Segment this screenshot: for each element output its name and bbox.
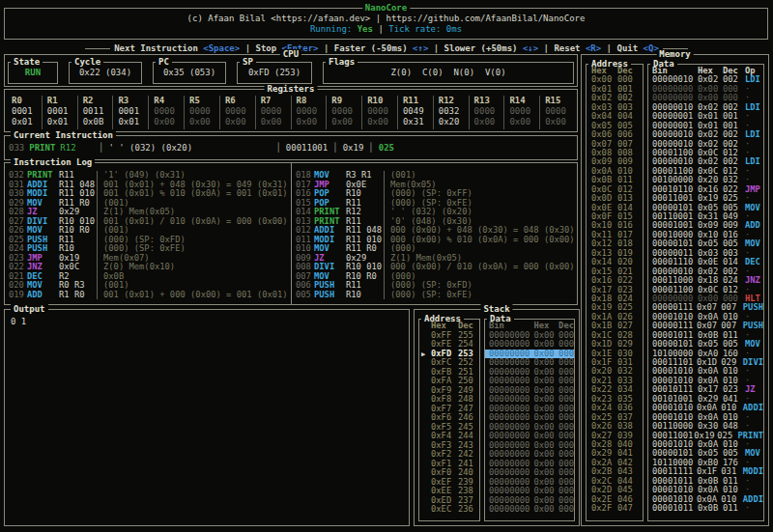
stack-address-box: Address HexDec 0xFF2550xFE254▶0xFD2530xF… [418,319,480,521]
cpu-pc-box: PC 0x35 (053) [153,62,226,84]
log-detail: Z(1) Mem(0x05) [103,208,291,217]
log-detail: (000) [390,244,577,254]
current-instruction-hex: 0x19 [343,143,364,154]
current-instruction-detail: ' ' (032) (0x20) [108,143,271,154]
register-dec-value: 0000 [189,106,219,117]
current-instruction-index: 033 [9,143,24,153]
register-name: R3 [118,96,148,106]
register-hex-value: 0x01 [47,117,77,127]
control-reset[interactable]: Reset <R> [554,43,601,53]
log-row: 009JZ0x29Z(1) Mem(0x05) [296,254,577,264]
register-dec-value: 0049 [403,106,433,117]
log-row: 027DIVIR10 010001 (0x01) / 010 (0x0A) = … [9,217,291,227]
register-r0: R000010x01 [7,96,42,129]
register-r15: R1500000x00 [539,96,575,129]
register-hex-value: 0x00 [545,117,575,127]
status-separator: | [378,24,383,34]
control-faster-50ms[interactable]: Faster (-50ms) <↑> [334,43,429,53]
log-detail: Mem(0x07) [103,254,291,264]
log-row: 017JMP0x0EMem(0x05) [296,181,577,190]
control-separator: | [601,43,616,53]
cpu-state-title: State [11,57,43,67]
log-mnemonic: ADD [27,291,59,300]
log-detail: (001) [103,199,291,209]
control-separator: | [240,43,255,53]
stack-dec: 000 [558,505,574,515]
register-dec-value: 0000 [474,106,504,117]
log-row: 032PRINTR11'1' (049) (0x31) [9,171,291,181]
log-detail: '0' (048) (0x30) [390,217,577,227]
log-row: 007MOVR10 R0(000) [296,272,577,282]
register-dec-value: 0001 [12,106,42,117]
log-detail: 001 (0x01) + 000 (0x00) = 001 (0x01) [103,291,291,300]
cpu-sp-title: SP [240,57,256,67]
controls-left-rule [85,48,110,49]
nanocore-terminal: NanoCore (c) Afaan Bilal <https://afaan.… [0,0,773,532]
log-row: 008DIVIR10 010000 (0x00) / 010 (0x0A) = … [296,263,577,272]
register-r1: R100010x01 [42,96,77,129]
status-line: Running: Yes | Tick rate: 0ms [5,24,767,35]
log-row: 010MOVR11 R0(000) [296,244,577,254]
log-row: 021DECR20x0B [9,272,291,282]
register-hex-value: 0x01 [118,117,148,127]
register-name: R14 [509,96,539,106]
control-label: Stop [255,43,276,53]
memory-address-box: Address HexDec 0x000000x010010x020020x03… [586,64,644,521]
tick-rate-value: 0ms [446,24,462,34]
copyright-line: (c) Afaan Bilal <https://afaan.dev> | ht… [5,14,767,24]
register-hex-value: 0x00 [474,117,504,127]
current-instruction-text: 033PRINTR12 [9,143,94,154]
stack-hex: 0x00 [533,505,558,515]
stack-data-rows: BinHexDec 000000000x00000000000000x00000… [485,322,574,520]
control-next-instruction[interactable]: Next Instruction <Space> [114,43,240,53]
register-hex-value: 0x00 [331,117,361,127]
cpu-row: State RUN Cycle 0x22 (034) PC 0x35 (053)… [8,62,574,84]
register-name: R10 [367,96,397,106]
log-row: 026MOVR10 R0(001) [9,226,291,236]
instruction-log-left-column: 032PRINTR11'1' (049) (0x31)031ADDIR11 04… [5,163,291,304]
log-row: 012ADDIR11 048000 (0x00) + 048 (0x30) = … [296,226,577,236]
memory-address-dec: 047 [617,504,643,513]
log-row: 029MOVR11 R0(001) [9,199,291,209]
log-detail: (000) (SP: 0xFE) [390,199,577,209]
control-separator: | [538,43,554,53]
controls-text: Next Instruction <Space> | Stop <Enter> … [114,43,659,53]
control-quit[interactable]: Quit <Q> [616,43,658,53]
log-row: 020MOVR0 R3(001) [9,281,291,291]
instruction-log-right-column: 018MOVR3 R1(001)017JMP0x0EMem(0x05)016PO… [291,163,577,304]
memory-op: · [745,504,763,513]
memory-panel: Memory Address HexDec 0x000000x010010x02… [581,54,769,526]
memory-op: PRINT [738,432,763,440]
log-row: 024PUSHR10(000) (SP: 0xFE) [9,244,291,254]
register-name: R11 [403,96,433,106]
header-panel: NanoCore (c) Afaan Bilal <https://afaan.… [4,8,768,40]
cpu-cycle-box: Cycle 0x22 (034) [69,62,142,84]
register-r7: R700000x00 [255,96,291,129]
log-operands: R1 R0 [59,291,97,300]
register-hex-value: 0x00 [225,117,255,127]
log-detail: Z(0) Mem(0x10) [103,263,291,272]
control-slower-50ms[interactable]: Slower (+50ms) <↓> [444,43,539,53]
log-detail: 0x0B [103,272,291,282]
register-name: R0 [12,96,42,106]
memory-bin: 00001011 [652,504,698,513]
register-hex-value: 0x31 [403,117,433,127]
cpu-cycle-title: Cycle [72,57,103,67]
log-row: 031ADDIR11 048001 (0x01) + 048 (0x30) = … [9,181,291,190]
memory-address-rows: HexDec 0x000000x010010x020020x030030x040… [587,67,643,520]
memory-address-row: 0x2F047 [587,504,643,513]
log-detail: (000) (SP: 0xFE) [103,244,291,254]
log-detail: (001) [103,226,291,236]
log-row: 013PRINTR11'0' (048) (0x30) [296,217,577,227]
register-dec-value: 0001 [118,106,148,117]
register-name: R6 [225,96,255,106]
log-row: 022JNZ0x0CZ(0) Mem(0x10) [9,263,291,272]
log-row: 018MOVR3 R1(001) [296,171,577,181]
memory-data-box: Data BinHexDecOp 000000100x02002LDI00000… [647,64,764,521]
register-r11: R1100490x31 [397,96,433,129]
control-separator: | [428,43,444,53]
memory-hex: 0x0B [698,504,723,513]
log-row: 030MODIR11 010001 (0x01) % 010 (0x0A) = … [9,189,291,199]
register-hex-value: 0x00 [297,117,327,127]
cpu-flags-box: Flags Z(0) C(0) N(0) V(0) [323,62,574,84]
